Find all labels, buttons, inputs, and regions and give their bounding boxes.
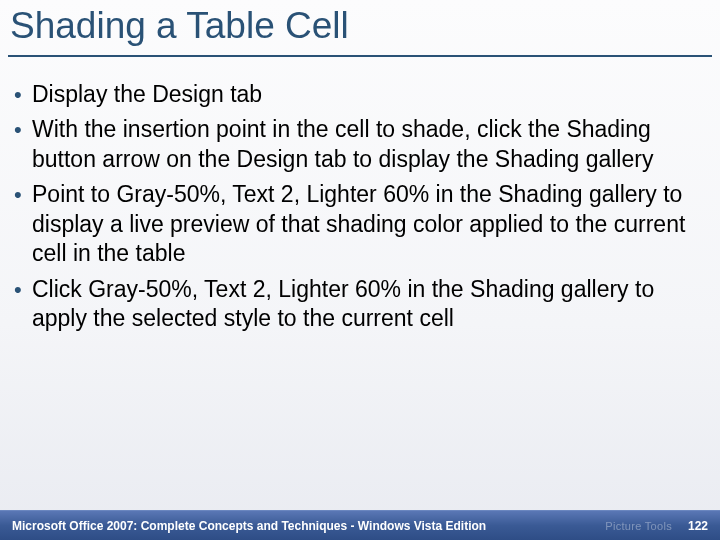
bullet-icon: • (14, 275, 32, 304)
slide: Shading a Table Cell • Display the Desig… (0, 0, 720, 540)
bullet-item: • Point to Gray-50%, Text 2, Lighter 60%… (14, 180, 700, 268)
bullet-item: • With the insertion point in the cell t… (14, 115, 700, 174)
bullet-text: With the insertion point in the cell to … (32, 115, 700, 174)
bullet-text: Click Gray-50%, Text 2, Lighter 60% in t… (32, 275, 700, 334)
footer-source: Microsoft Office 2007: Complete Concepts… (12, 519, 595, 533)
page-number: 122 (688, 519, 708, 533)
title-underline (8, 55, 712, 57)
bullet-icon: • (14, 180, 32, 209)
bullet-item: • Click Gray-50%, Text 2, Lighter 60% in… (14, 275, 700, 334)
slide-title: Shading a Table Cell (10, 6, 710, 53)
bullet-text: Point to Gray-50%, Text 2, Lighter 60% i… (32, 180, 700, 268)
slide-footer: Microsoft Office 2007: Complete Concepts… (0, 510, 720, 540)
bullet-text: Display the Design tab (32, 80, 700, 109)
bullet-item: • Display the Design tab (14, 80, 700, 109)
footer-faded-text: Picture Tools (605, 520, 672, 532)
bullet-icon: • (14, 115, 32, 144)
slide-body: • Display the Design tab • With the inse… (14, 80, 700, 340)
bullet-icon: • (14, 80, 32, 109)
